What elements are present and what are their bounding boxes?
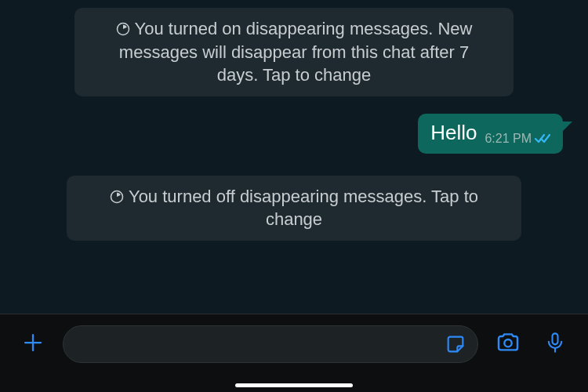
message-meta: 6:21 PM — [485, 132, 552, 146]
add-attachment-button[interactable] — [16, 325, 50, 360]
read-receipt-icon — [535, 132, 552, 145]
svg-rect-5 — [553, 333, 558, 344]
message-input[interactable] — [63, 325, 478, 363]
system-message-text: You turned off disappearing messages. Ta… — [129, 187, 478, 230]
input-bar — [0, 314, 588, 392]
system-message-disappearing-off[interactable]: You turned off disappearing messages. Ta… — [67, 176, 521, 241]
svg-point-4 — [504, 339, 511, 347]
voice-message-button[interactable] — [538, 325, 572, 360]
system-message-text: You turned on disappearing messages. New… — [119, 19, 473, 85]
message-time: 6:21 PM — [485, 132, 532, 146]
timer-icon — [116, 19, 130, 33]
camera-button[interactable] — [491, 325, 525, 360]
timer-icon — [110, 187, 124, 201]
outgoing-message-bubble[interactable]: Hello 6:21 PM — [418, 114, 563, 154]
outgoing-message-row: Hello 6:21 PM — [16, 114, 572, 154]
sticker-button[interactable] — [441, 330, 470, 358]
message-text: Hello — [430, 122, 477, 146]
chat-area: You turned on disappearing messages. New… — [0, 0, 588, 314]
system-message-disappearing-on[interactable]: You turned on disappearing messages. New… — [74, 8, 514, 96]
home-indicator[interactable] — [235, 383, 353, 387]
